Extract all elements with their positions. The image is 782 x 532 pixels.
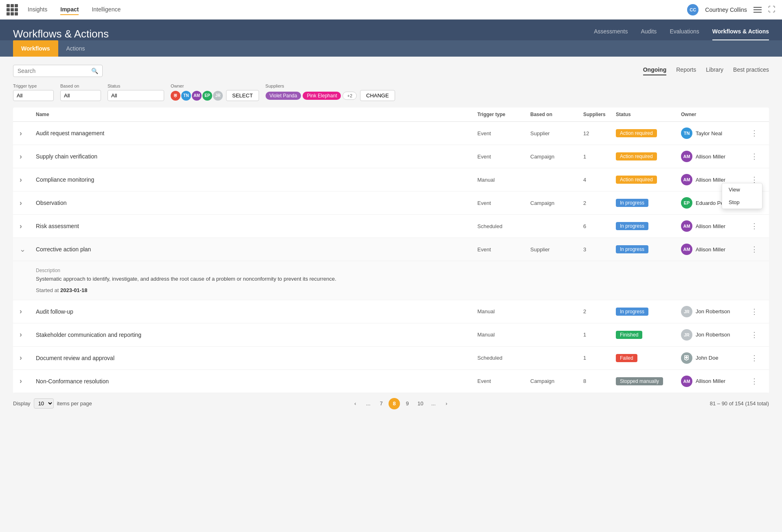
th-owner: Owner	[681, 112, 746, 117]
more-btn-6[interactable]: ⋮	[746, 245, 762, 254]
filter-trigger-select[interactable]: All Event Manual Scheduled	[13, 90, 54, 101]
suppliers-change-button[interactable]: CHANGE	[360, 90, 395, 101]
search-box[interactable]: 🔍	[13, 65, 103, 77]
dropdown-menu-3: View Stop	[722, 183, 762, 209]
row-suppliers-10: 8	[583, 378, 616, 384]
row-status-9: Failed	[616, 354, 681, 362]
toolbar: 🔍 Ongoing Reports Library Best practices	[13, 65, 769, 77]
per-page-select[interactable]: 10 25 50	[34, 398, 54, 409]
owner-name-2: Allison Miller	[696, 154, 725, 160]
owner-name-1: Taylor Neal	[696, 130, 722, 136]
expand-chevron-8[interactable]: ›	[20, 330, 36, 339]
page-nav-evaluations[interactable]: Evaluations	[670, 28, 699, 40]
expand-chevron-5[interactable]: ›	[20, 222, 36, 231]
row-trigger-6: Event	[477, 246, 530, 253]
started-date: 2023-01-18	[60, 287, 88, 293]
row-status-8: Finished	[616, 331, 681, 339]
view-tab-ongoing[interactable]: Ongoing	[643, 66, 667, 75]
row-trigger-7: Manual	[477, 308, 530, 314]
expand-icon[interactable]: ⛶	[768, 5, 775, 14]
supplier-tags: Violet Panda Pink Elephant +2	[266, 92, 357, 100]
search-input[interactable]	[18, 68, 91, 74]
row-name-6: Corrective action plan	[36, 246, 477, 253]
expand-chevron-7[interactable]: ›	[20, 307, 36, 316]
hamburger-icon[interactable]	[753, 7, 762, 13]
table-row[interactable]: › Audit follow-up Manual 2 In progress J…	[13, 300, 769, 323]
page-10[interactable]: 10	[415, 398, 426, 409]
row-suppliers-2: 1	[583, 154, 616, 160]
dropdown-view[interactable]: View	[722, 183, 762, 196]
tab-actions[interactable]: Actions	[58, 40, 93, 57]
table-row[interactable]: › Compliance monitoring Manual 4 Action …	[13, 168, 769, 191]
expand-chevron-2[interactable]: ›	[20, 152, 36, 161]
owner-avatar-5: JR	[213, 91, 223, 101]
page-nav-audits[interactable]: Audits	[641, 28, 657, 40]
more-btn-8[interactable]: ⋮	[746, 330, 762, 339]
page-ellipsis-left: ...	[362, 398, 374, 409]
nav-intelligence[interactable]: Intelligence	[92, 4, 121, 15]
filter-based-select[interactable]: All Supplier Campaign	[60, 90, 101, 101]
table-row[interactable]: › Document review and approval Scheduled…	[13, 347, 769, 370]
owner-avatar-row-9: ⛨	[681, 352, 692, 364]
nav-impact[interactable]: Impact	[60, 4, 79, 15]
more-btn-2[interactable]: ⋮	[746, 152, 762, 161]
search-icon[interactable]: 🔍	[91, 68, 98, 74]
row-wrapper-1: › Audit request management Event Supplie…	[13, 122, 769, 145]
page-8[interactable]: 8	[389, 398, 400, 409]
dropdown-stop[interactable]: Stop	[722, 196, 762, 209]
row-trigger-9: Scheduled	[477, 355, 530, 361]
row-based-2: Campaign	[530, 154, 583, 160]
expand-chevron-10[interactable]: ›	[20, 377, 36, 385]
table-row[interactable]: › Stakeholder communication and reportin…	[13, 323, 769, 347]
started-label: Started at	[36, 287, 59, 293]
more-btn-9[interactable]: ⋮	[746, 354, 762, 363]
more-btn-10[interactable]: ⋮	[746, 377, 762, 386]
filter-status-label: Status	[108, 84, 164, 88]
row-wrapper-3: › Compliance monitoring Manual 4 Action …	[13, 168, 769, 191]
expand-chevron-6[interactable]: ⌄	[20, 245, 36, 254]
grid-icon[interactable]	[7, 4, 18, 15]
page-nav-assessments[interactable]: Assessments	[594, 28, 628, 40]
supplier-tag-more[interactable]: +2	[343, 92, 357, 100]
supplier-tag-pink[interactable]: Pink Elephant	[303, 92, 341, 100]
table-row[interactable]: ⌄ Corrective action plan Event Supplier …	[13, 238, 769, 261]
supplier-tag-violet[interactable]: Violet Panda	[266, 92, 301, 100]
owner-select-button[interactable]: SELECT	[226, 90, 259, 101]
page-next[interactable]: ›	[441, 398, 452, 409]
view-tab-reports[interactable]: Reports	[676, 66, 696, 75]
owner-avatar-row-2: AM	[681, 151, 692, 162]
view-tab-best-practices[interactable]: Best practices	[733, 66, 769, 75]
nav-insights[interactable]: Insights	[28, 4, 47, 15]
row-trigger-4: Event	[477, 200, 530, 206]
page-7[interactable]: 7	[376, 398, 387, 409]
expand-chevron-4[interactable]: ›	[20, 199, 36, 207]
table-row[interactable]: › Non-Conformance resolution Event Campa…	[13, 370, 769, 393]
status-badge-1: Action required	[616, 129, 657, 137]
tab-workflows[interactable]: Workflows	[13, 40, 58, 57]
row-wrapper-6: ⌄ Corrective action plan Event Supplier …	[13, 238, 769, 300]
owner-avatar-row-7: JR	[681, 306, 692, 317]
table-row[interactable]: › Audit request management Event Supplie…	[13, 122, 769, 145]
expand-chevron-1[interactable]: ›	[20, 129, 36, 138]
table-row[interactable]: › Observation Event Campaign 2 In progre…	[13, 191, 769, 215]
table-row[interactable]: › Supply chain verification Event Campai…	[13, 145, 769, 168]
expand-chevron-9[interactable]: ›	[20, 354, 36, 362]
view-tab-library[interactable]: Library	[706, 66, 723, 75]
th-trigger-type: Trigger type	[477, 112, 530, 117]
more-btn-1[interactable]: ⋮	[746, 129, 762, 138]
user-avatar: CC	[687, 4, 699, 15]
filter-status-select[interactable]: All Action required In progress Finished…	[108, 90, 164, 101]
row-suppliers-4: 2	[583, 200, 616, 206]
more-btn-5[interactable]: ⋮	[746, 222, 762, 231]
row-suppliers-9: 1	[583, 355, 616, 361]
page-prev[interactable]: ‹	[349, 398, 361, 409]
row-trigger-5: Scheduled	[477, 223, 530, 229]
owner-avatar-1: ⛨	[171, 91, 180, 101]
page-nav-workflows-actions[interactable]: Workflows & Actions	[712, 28, 769, 40]
more-btn-7[interactable]: ⋮	[746, 307, 762, 316]
status-badge-4: In progress	[616, 199, 648, 207]
expand-chevron-3[interactable]: ›	[20, 176, 36, 184]
page-9[interactable]: 9	[402, 398, 413, 409]
table-row[interactable]: › Risk assessment Scheduled 6 In progres…	[13, 215, 769, 238]
owner-avatar-3: AM	[192, 91, 202, 101]
